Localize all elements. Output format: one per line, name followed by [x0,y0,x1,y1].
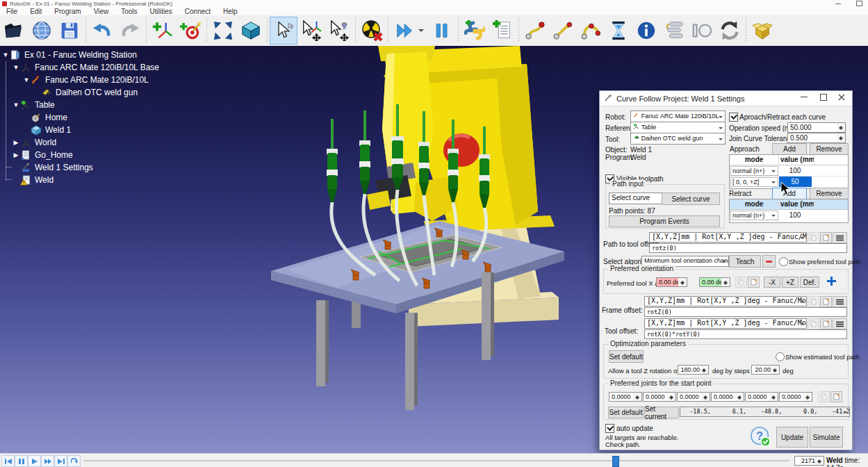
tree-item-weld1-settings[interactable]: Weld 1 Settings [12,161,93,174]
redo-icon[interactable] [116,17,144,44]
tree-item-weld-program[interactable]: Weld [12,174,54,186]
optimization-set-default-button[interactable]: Set default [609,350,644,363]
show-estimated-radio[interactable] [776,352,785,361]
fast-simulation-icon[interactable] [391,17,428,44]
approach-retract-checkbox[interactable] [729,113,738,122]
reference-select[interactable]: Table [630,122,726,133]
join-tolerance-field[interactable]: 0.500 [787,133,838,143]
movej-instruction-icon[interactable] [521,17,549,44]
tool-offset-menu-icon[interactable] [833,318,847,329]
robot-select[interactable]: Fanuc ARC Mate 120iB/10L [630,110,726,122]
current-joints-select[interactable]: -18.5, 6.1, -48.8, 0.0, -41.2, -71.5 [680,407,850,417]
tree-item-robot-base[interactable]: ▼ Fanuc ARC Mate 120iB/10L Base [12,61,159,74]
plus-z-button[interactable]: +Z [782,277,799,288]
move-reference-cursor-icon[interactable] [297,17,325,44]
rotation-spinner[interactable] [700,365,709,375]
joint-5-spinner[interactable] [769,392,778,402]
expander-icon[interactable]: ▼ [1,51,10,58]
frame-offset-copy-icon[interactable] [808,296,819,307]
teach-button[interactable]: Teach [729,255,761,268]
path-offset-paste-icon[interactable] [820,232,832,243]
joint-5-field[interactable]: 0.0000 [745,392,772,402]
window-maximize-icon[interactable] [856,1,862,6]
add-reference-frame-icon[interactable] [149,17,177,44]
tool-x-rx-field[interactable]: 0.00 deg [656,277,681,287]
default-orientation-button[interactable]: Def. [800,277,819,288]
tree-item-station[interactable]: ▼ Ex 01 - Fanuc Welding Station [1,49,137,61]
joints-set-current-button[interactable]: Set current [644,407,679,418]
station-package-icon[interactable] [748,17,776,44]
frame-counter-spinner[interactable] [815,456,824,466]
path-offset-menu-icon[interactable] [833,232,847,243]
fast-simulation-dropdown-icon[interactable] [418,29,424,35]
approach-mode-1[interactable]: normal (n+) [730,166,778,176]
tree-item-weld1-object[interactable]: Weld 1 [22,124,71,136]
joints-paste-icon[interactable] [830,391,842,402]
simulation-slider-track[interactable] [83,460,789,461]
menu-connect[interactable]: Connect [179,8,217,15]
path-offset-expression[interactable]: rotz(0) [649,243,847,253]
show-preferred-radio[interactable] [779,257,788,266]
joint-4-field[interactable]: 0.0000 [711,392,738,402]
select-curve-button[interactable]: Select curve [662,192,720,205]
tool-offset-expression[interactable]: rotX(0)*rotY(0) [644,329,847,339]
joint-2-spinner[interactable] [667,392,676,402]
movel-instruction-icon[interactable] [549,17,577,44]
frame-offset-menu-icon[interactable] [833,296,847,307]
path-offset-copy-icon[interactable] [808,232,819,243]
window-minimize-icon[interactable] [835,3,841,4]
expander-icon[interactable]: ▼ [22,76,31,83]
expander-icon[interactable]: ▶ [12,139,20,146]
pause-playback-icon[interactable] [15,455,28,467]
joint-2-field[interactable]: 0.0000 [643,392,670,402]
movec-instruction-icon[interactable] [577,17,605,44]
path-offset-format-select[interactable]: [X,Y,Z]mm | Rot[X,Y ,Z ]deg - Fanuc/Moto… [649,232,807,243]
menu-edit[interactable]: Edit [24,8,48,15]
approach-value-1[interactable]: 100 [779,165,812,176]
info-instruction-icon[interactable] [632,17,660,44]
skip-start-icon[interactable] [1,455,15,467]
check-collisions-icon[interactable] [358,17,386,44]
isometric-view-icon[interactable] [237,17,265,44]
add-program-icon[interactable] [489,17,516,44]
open-file-icon[interactable] [0,17,28,44]
skip-end-icon[interactable] [54,455,67,467]
frame-counter-field[interactable]: 2171 [794,456,818,466]
tool-offset-copy-icon[interactable] [808,318,819,329]
remove-preferred-icon[interactable] [762,255,776,268]
program-events-button[interactable]: Program Events [609,215,720,227]
approach-remove-button[interactable]: Remove [810,143,849,155]
program-call-icon[interactable] [716,17,744,44]
save-icon[interactable] [56,17,83,44]
orientation-copy-icon[interactable] [735,277,747,288]
frame-offset-paste-icon[interactable] [820,296,832,307]
step-spinner[interactable] [771,365,780,375]
tool-x-rx-spinner[interactable] [678,277,687,287]
minus-x-button[interactable]: -X [764,277,780,288]
tool-offset-paste-icon[interactable] [820,318,832,329]
update-button[interactable]: Update [776,427,808,448]
tree-item-go-home-program[interactable]: ▶ Go_Home [12,149,73,161]
dialog-maximize-icon[interactable] [820,94,827,101]
retract-value-1[interactable]: 100 [779,210,812,220]
frame-offset-format-select[interactable]: [X,Y,Z]mm | Rot[X,Y ,Z ]deg - Fanuc/Moto… [644,296,807,306]
wait-instruction-icon[interactable] [605,17,632,44]
retract-mode-1[interactable]: normal (n+) [730,211,778,220]
operation-speed-field[interactable]: 50.000 [787,122,838,133]
joints-set-default-button[interactable]: Set default [608,407,644,418]
tool-offset-format-select[interactable]: [X,Y,Z]mm | Rot[X,Y ,Z ]deg - Fanuc/Moto… [644,318,807,329]
join-tolerance-spinner[interactable] [837,133,846,143]
io-instruction-icon[interactable] [688,17,716,44]
undo-icon[interactable] [88,17,116,44]
joint-1-field[interactable]: 0.0000 [609,392,636,402]
tree-item-weld-gun[interactable]: Daihen OTC weld gun [33,86,138,99]
tool-x-ry-spinner[interactable] [721,277,730,287]
tool-select[interactable]: Daihen OTC weld gun [630,133,726,145]
menu-view[interactable]: View [88,8,115,15]
tree-item-table-frame[interactable]: ▼ Table [12,99,55,111]
fast-forward-icon[interactable] [41,455,54,467]
menu-file[interactable]: File [0,8,24,15]
online-library-icon[interactable] [28,17,56,44]
simulation-slider-handle[interactable] [612,456,619,467]
tool-x-ry-field[interactable]: 0.00 deg [699,277,724,287]
